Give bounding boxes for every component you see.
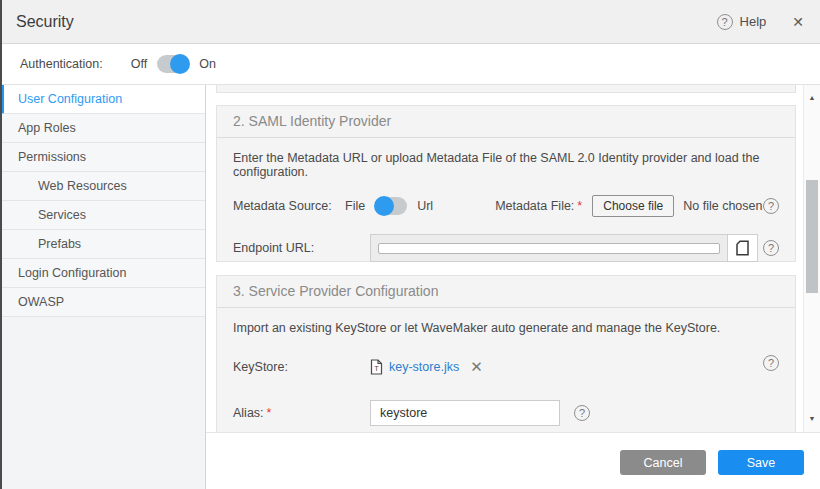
authentication-bar: Authentication: Off On: [0, 44, 820, 85]
sidebar-item-label: Services: [38, 208, 86, 222]
redacted-url-text: [378, 243, 720, 254]
alias-input[interactable]: [370, 400, 560, 426]
content-area: 2. SAML Identity Provider Enter the Meta…: [206, 85, 820, 489]
endpoint-url-input-group: [370, 234, 758, 262]
sidebar-item-label: Permissions: [18, 150, 86, 164]
required-marker: *: [577, 199, 582, 213]
scrollbar[interactable]: ▲ ▼: [803, 85, 820, 432]
dialog-header: Security ? Help ✕: [0, 0, 820, 44]
file-option-label: File: [345, 199, 365, 213]
no-file-chosen-text: No file chosen: [683, 199, 762, 213]
section-description: Enter the Metadata URL or upload Metadat…: [233, 151, 779, 179]
endpoint-url-help-icon[interactable]: ?: [763, 240, 779, 256]
previous-section-bottom-edge: [216, 85, 796, 93]
sidebar-item-login-configuration[interactable]: Login Configuration: [0, 259, 205, 288]
sidebar: User Configuration App Roles Permissions…: [0, 85, 206, 489]
security-dialog: Security ? Help ✕ Authentication: Off On…: [0, 0, 820, 489]
endpoint-url-input[interactable]: [370, 234, 728, 262]
sidebar-item-label: Web Resources: [38, 179, 127, 193]
file-icon: T: [370, 359, 383, 375]
section-description: Import an existing KeyStore or let WaveM…: [233, 321, 779, 335]
cancel-button[interactable]: Cancel: [620, 450, 706, 475]
sidebar-item-label: Prefabs: [38, 237, 81, 251]
sidebar-item-owasp[interactable]: OWASP: [0, 288, 205, 317]
copy-icon: [736, 240, 749, 256]
authentication-on-label: On: [199, 57, 216, 71]
keystore-file-chip: T key-store.jks ✕: [370, 358, 483, 376]
help-icon: ?: [717, 14, 733, 30]
required-marker: *: [267, 406, 272, 420]
endpoint-url-label: Endpoint URL:: [233, 241, 370, 255]
authentication-toggle[interactable]: [157, 55, 189, 73]
header-actions: ? Help ✕: [717, 14, 804, 30]
help-button[interactable]: ? Help: [717, 14, 767, 30]
section-title: 2. SAML Identity Provider: [217, 106, 795, 138]
dialog-body: User Configuration App Roles Permissions…: [0, 85, 820, 489]
page-title: Security: [16, 13, 74, 31]
sidebar-item-services[interactable]: Services: [0, 201, 205, 230]
sidebar-item-label: Login Configuration: [18, 266, 126, 280]
metadata-source-label: Metadata Source:: [233, 199, 345, 213]
toggle-knob: [374, 196, 394, 216]
authentication-off-label: Off: [131, 57, 147, 71]
copy-button[interactable]: [728, 234, 758, 262]
toggle-knob: [170, 54, 190, 74]
scrollable-content: 2. SAML Identity Provider Enter the Meta…: [206, 85, 803, 432]
sidebar-item-label: User Configuration: [18, 92, 122, 106]
sidebar-item-label: OWASP: [18, 295, 64, 309]
metadata-file-label: Metadata File:*: [495, 199, 582, 213]
endpoint-url-row: Endpoint URL: ?: [233, 234, 779, 262]
close-icon[interactable]: ✕: [792, 14, 804, 30]
url-option-label: Url: [417, 199, 433, 213]
svg-text:T: T: [374, 364, 379, 373]
help-label: Help: [740, 14, 767, 29]
sidebar-item-label: App Roles: [18, 121, 76, 135]
scrollbar-thumb[interactable]: [806, 180, 818, 293]
metadata-file-help-icon[interactable]: ?: [763, 198, 779, 214]
sidebar-item-user-configuration[interactable]: User Configuration: [0, 85, 205, 114]
footer-bar: Cancel Save: [206, 432, 820, 489]
keystore-help-icon[interactable]: ?: [763, 355, 779, 371]
keystore-file-link[interactable]: key-store.jks: [389, 360, 459, 374]
metadata-source-row: Metadata Source: File Url Metadata File:…: [233, 192, 779, 220]
alias-help-icon[interactable]: ?: [574, 405, 590, 421]
save-button[interactable]: Save: [718, 450, 804, 475]
sidebar-item-web-resources[interactable]: Web Resources: [0, 172, 205, 201]
sidebar-item-app-roles[interactable]: App Roles: [0, 114, 205, 143]
scroll-down-icon[interactable]: ▼: [804, 413, 820, 425]
section-title: 3. Service Provider Configuration: [217, 276, 795, 308]
sidebar-item-permissions[interactable]: Permissions: [0, 143, 205, 172]
window-left-edge: [0, 0, 2, 489]
sidebar-item-prefabs[interactable]: Prefabs: [0, 230, 205, 259]
alias-row: Alias:* ?: [233, 399, 779, 427]
authentication-label: Authentication:: [20, 57, 103, 71]
alias-label: Alias:*: [233, 406, 370, 420]
service-provider-configuration-section: 3. Service Provider Configuration Import…: [216, 275, 796, 432]
keystore-row: KeyStore: T key-store.jks ✕ ?: [233, 355, 779, 379]
choose-file-button[interactable]: Choose file: [592, 195, 674, 217]
saml-identity-provider-section: 2. SAML Identity Provider Enter the Meta…: [216, 105, 796, 262]
metadata-source-toggle[interactable]: [375, 197, 407, 215]
remove-keystore-icon[interactable]: ✕: [470, 358, 483, 376]
keystore-label: KeyStore:: [233, 360, 370, 374]
scroll-up-icon[interactable]: ▲: [804, 92, 820, 104]
